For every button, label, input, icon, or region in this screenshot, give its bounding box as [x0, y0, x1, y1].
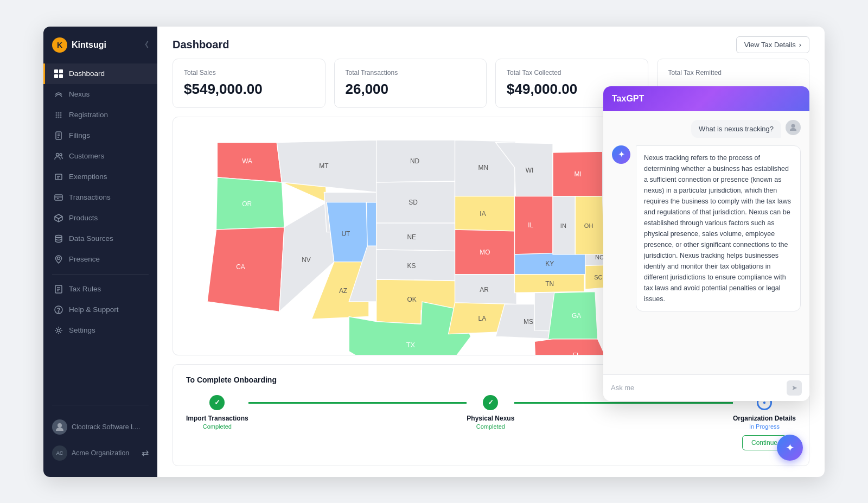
sidebar-item-tax-rules[interactable]: Tax Rules [43, 279, 157, 300]
sidebar-item-registration[interactable]: Registration [43, 105, 157, 125]
main-content: Dashboard View Tax Details › Total Sales… [157, 27, 825, 477]
svg-text:MN: MN [478, 164, 489, 171]
sidebar-item-label: Nexus [69, 90, 90, 98]
sidebar-bottom: Clootrack Software L... AC Acme Organiza… [43, 410, 157, 470]
exemptions-icon [54, 172, 63, 182]
sidebar-item-dashboard[interactable]: Dashboard [43, 63, 157, 84]
taxgpt-header: TaxGPT [603, 86, 809, 111]
step-1: ✓ Import Transactions Completed [186, 395, 248, 430]
svg-text:AZ: AZ [339, 287, 347, 295]
svg-marker-94 [534, 339, 610, 355]
sidebar-item-label: Registration [69, 111, 108, 119]
org-row[interactable]: AC Acme Organization ⇄ [43, 440, 157, 466]
sidebar-item-customers[interactable]: Customers [43, 146, 157, 167]
switch-org-icon[interactable]: ⇄ [142, 448, 149, 458]
svg-rect-19 [55, 174, 62, 180]
svg-point-29 [58, 257, 60, 259]
onboarding-steps: ✓ Import Transactions Completed ✓ Physic… [186, 395, 796, 455]
svg-text:OK: OK [407, 296, 417, 303]
user-avatar [52, 419, 67, 435]
taxgpt-body: What is nexus tracking? ✦ Nexus tracking… [603, 111, 809, 374]
stat-label: Total Tax Remitted [668, 69, 799, 77]
sidebar: K Kintsugi 《 Dashboard [43, 27, 157, 477]
sidebar-nav: Dashboard Nexus [43, 63, 157, 400]
svg-line-26 [59, 217, 62, 219]
stat-card-total-transactions: Total Transactions 26,000 [334, 59, 487, 108]
svg-line-25 [55, 217, 59, 219]
view-tax-details-label: View Tax Details [744, 41, 796, 49]
user-chat-icon [786, 120, 801, 135]
transactions-icon [54, 193, 63, 202]
taxgpt-input-field[interactable] [611, 384, 782, 392]
svg-text:MO: MO [480, 248, 490, 256]
svg-point-10 [56, 116, 58, 118]
view-tax-details-button[interactable]: View Tax Details › [736, 36, 809, 53]
sidebar-item-transactions[interactable]: Transactions [43, 187, 157, 208]
svg-point-18 [60, 154, 62, 156]
svg-text:WA: WA [242, 157, 252, 165]
sidebar-item-label: Help & Support [69, 305, 119, 314]
step-2-status: Completed [476, 423, 505, 430]
dashboard-icon [54, 69, 63, 79]
svg-text:CA: CA [236, 263, 245, 271]
svg-point-7 [56, 114, 58, 116]
step-1-label: Import Transactions [186, 415, 248, 422]
svg-text:AR: AR [480, 285, 489, 293]
sidebar-item-label: Exemptions [69, 173, 107, 181]
page-title: Dashboard [173, 39, 229, 51]
sidebar-bottom-divider [52, 405, 149, 405]
taxgpt-fab-button[interactable]: ✦ [777, 435, 803, 461]
logo-icon: K [52, 37, 67, 53]
map-section: 🔍 WA OR CA I [173, 117, 660, 355]
svg-text:TN: TN [545, 279, 554, 287]
taxgpt-title: TaxGPT [612, 94, 644, 103]
svg-text:KY: KY [545, 260, 554, 268]
taxgpt-send-button[interactable]: ➤ [787, 380, 802, 396]
svg-text:MI: MI [575, 170, 582, 178]
svg-text:TX: TX [406, 341, 416, 349]
svg-text:SC: SC [594, 273, 602, 280]
svg-point-9 [60, 114, 62, 116]
stat-label: Total Tax Collected [507, 69, 637, 77]
svg-text:OH: OH [584, 222, 593, 229]
svg-text:GA: GA [572, 312, 581, 320]
sidebar-item-help-support[interactable]: Help & Support [43, 300, 157, 320]
sidebar-item-label: Products [69, 214, 98, 222]
svg-rect-1 [59, 69, 63, 73]
svg-point-142 [792, 124, 795, 128]
products-icon [54, 213, 63, 223]
svg-text:SD: SD [409, 199, 418, 206]
chevron-right-icon: › [799, 41, 801, 49]
svg-text:ND: ND [410, 157, 420, 165]
collapse-icon[interactable]: 《 [141, 40, 149, 50]
sidebar-item-exemptions[interactable]: Exemptions [43, 167, 157, 187]
user-name: Clootrack Software L... [72, 423, 149, 431]
svg-text:UT: UT [342, 230, 350, 238]
logo: K Kintsugi [52, 37, 106, 53]
svg-text:KS: KS [407, 262, 416, 269]
org-avatar: AC [52, 445, 67, 461]
step-2-label: Physical Nexus [467, 415, 514, 422]
help-icon [54, 305, 63, 315]
sidebar-item-data-sources[interactable]: Data Sources [43, 228, 157, 249]
customers-icon [54, 151, 63, 161]
stat-card-total-sales: Total Sales $549,000.00 [173, 59, 326, 108]
step-1-status: Completed [203, 423, 232, 430]
sidebar-item-products[interactable]: Products [43, 208, 157, 228]
step-1-circle: ✓ [209, 395, 225, 410]
taxgpt-input-area: ➤ [603, 374, 809, 401]
sidebar-item-filings[interactable]: Filings [43, 125, 157, 146]
sidebar-item-settings[interactable]: Settings [43, 320, 157, 341]
sidebar-item-nexus[interactable]: Nexus [43, 84, 157, 105]
svg-point-12 [60, 116, 62, 118]
bot-bubble: Nexus tracking refers to the process of … [636, 145, 801, 311]
sidebar-item-label: Settings [69, 326, 95, 334]
svg-point-5 [58, 112, 60, 113]
user-bubble: What is nexus tracking? [691, 120, 781, 138]
svg-point-4 [56, 112, 58, 113]
sidebar-divider [52, 274, 149, 275]
presence-icon [54, 254, 63, 264]
sidebar-item-presence[interactable]: Presence [43, 249, 157, 270]
user-profile-row[interactable]: Clootrack Software L... [43, 414, 157, 440]
svg-text:FL: FL [573, 351, 580, 355]
